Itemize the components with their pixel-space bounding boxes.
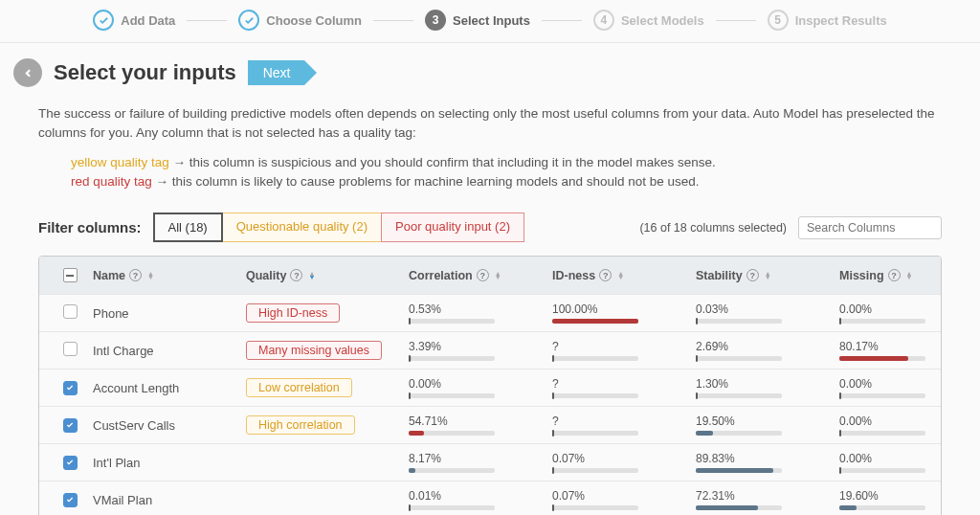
col-quality[interactable]: Quality ? ▲▼ [246,269,409,282]
metric-idness: 100.00% [552,302,696,324]
page-title: Select your inputs [54,60,236,85]
column-name: CustServ Calls [93,418,246,433]
search-input-wrap[interactable] [798,216,942,239]
column-name: Phone [93,306,246,321]
row-checkbox[interactable] [63,381,78,395]
col-stability[interactable]: Stability ? ▲▼ [696,269,839,282]
help-icon[interactable]: ? [477,269,489,281]
column-name: Intl Charge [93,344,246,358]
metric-correlation: 54.71% [409,414,552,436]
selected-count: (16 of 18 columns selected) [639,221,787,235]
metric-stability: 89.83% [696,452,839,473]
next-button[interactable]: Next [248,60,304,85]
check-icon [65,496,75,504]
help-icon[interactable]: ? [888,269,901,281]
sort-icon[interactable]: ▲▼ [308,272,315,280]
table-row: Int'l Plan8.17%0.07%89.83%0.00% [39,443,941,481]
metric-idness: ? [552,377,696,398]
chevron-left-icon [22,67,34,79]
wizard-stepper: Add DataChoose Column3Select Inputs4Sele… [0,0,980,43]
row-checkbox[interactable] [63,342,78,356]
back-button[interactable] [13,58,42,87]
sort-icon[interactable]: ▲▼ [495,272,501,280]
check-icon [99,15,109,26]
metric-correlation: 0.01% [409,489,552,510]
metric-correlation: 0.00% [409,377,552,398]
metric-missing: 80.17% [839,340,942,361]
table-row: PhoneHigh ID-ness0.53%100.00%0.03%0.00% [39,294,941,331]
help-icon[interactable]: ? [290,269,302,281]
intro-text: The success or failure of building predi… [13,104,967,191]
quality-pill: High correlation [246,415,355,435]
metric-idness: ? [552,414,696,436]
header-checkbox[interactable] [63,268,78,282]
metric-missing: 0.00% [839,377,942,398]
filter-label: Filter columns: [38,219,142,235]
sort-icon[interactable]: ▲▼ [147,272,154,280]
table-row: VMail Plan0.01%0.07%72.31%19.60% [39,481,941,515]
column-name: Int'l Plan [93,456,246,470]
metric-missing: 0.00% [839,452,942,473]
metric-missing: 19.60% [839,489,942,510]
step-1[interactable]: Add Data [93,10,175,31]
metric-correlation: 8.17% [409,452,552,473]
help-icon[interactable]: ? [129,269,142,281]
sort-icon[interactable]: ▲▼ [906,272,913,280]
metric-stability: 72.31% [696,489,839,510]
tab-questionable[interactable]: Questionable quality (2) [222,213,382,242]
col-missing[interactable]: Missing ? ▲▼ [839,269,942,282]
row-checkbox[interactable] [63,418,78,433]
row-checkbox[interactable] [63,493,78,507]
column-name: Account Length [93,381,246,395]
check-icon [244,15,255,26]
check-icon [65,421,75,429]
column-name: VMail Plan [93,493,246,507]
table-row: Account LengthLow correlation0.00%?1.30%… [39,369,941,406]
table-row: CustServ CallsHigh correlation54.71%?19.… [39,406,941,443]
row-checkbox[interactable] [63,456,78,470]
row-checkbox[interactable] [63,304,78,319]
col-correlation[interactable]: Correlation ? ▲▼ [409,269,552,282]
tab-poor[interactable]: Poor quality input (2) [381,213,524,242]
metric-idness: ? [552,340,696,361]
yellow-tag-label: yellow quality tag [71,155,169,169]
metric-idness: 0.07% [552,452,696,473]
check-icon [65,459,75,466]
step-2[interactable]: Choose Column [238,10,362,31]
metric-idness: 0.07% [552,489,696,510]
metric-stability: 19.50% [696,414,839,436]
metric-stability: 0.03% [696,302,839,324]
tab-all[interactable]: All (18) [153,213,223,242]
check-icon [65,384,75,392]
col-name[interactable]: Name ? ▲▼ [93,269,246,282]
table-header: Name ? ▲▼ Quality ? ▲▼ Correlation ? ▲▼ … [39,257,941,294]
col-idness[interactable]: ID-ness ? ▲▼ [552,269,696,282]
filter-tabs: All (18) Questionable quality (2) Poor q… [153,213,524,242]
step-5: 5Inspect Results [768,10,887,31]
intro-main: The success or failure of building predi… [38,104,942,144]
metric-stability: 1.30% [696,377,839,398]
quality-pill: Low correlation [246,378,352,397]
sort-icon[interactable]: ▲▼ [765,272,771,280]
metric-missing: 0.00% [839,302,942,324]
metric-correlation: 0.53% [409,302,552,324]
step-4: 4Select Models [593,10,704,31]
quality-pill: Many missing values [246,341,382,360]
sort-icon[interactable]: ▲▼ [617,272,624,280]
columns-table: Name ? ▲▼ Quality ? ▲▼ Correlation ? ▲▼ … [38,256,942,515]
search-input[interactable] [807,221,957,235]
quality-pill: High ID-ness [246,303,340,323]
step-3[interactable]: 3Select Inputs [425,10,530,31]
help-icon[interactable]: ? [746,269,759,281]
table-row: Intl ChargeMany missing values3.39%?2.69… [39,331,941,369]
metric-correlation: 3.39% [409,340,552,361]
help-icon[interactable]: ? [599,269,612,281]
red-tag-label: red quality tag [71,174,152,189]
metric-missing: 0.00% [839,414,942,436]
metric-stability: 2.69% [696,340,839,361]
